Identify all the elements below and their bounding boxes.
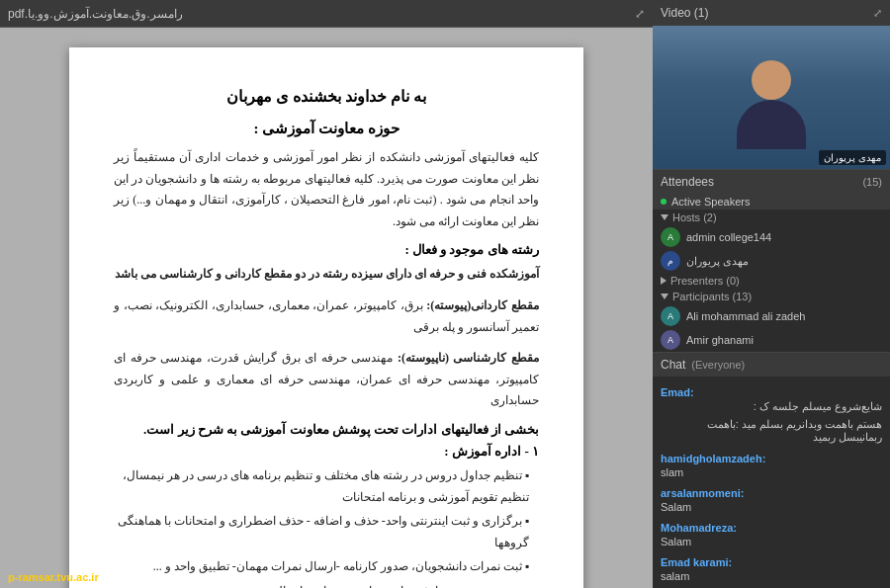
- presenters-chevron: [661, 277, 667, 285]
- attendees-titlebar: Attendees (15): [653, 170, 890, 194]
- participant-avatar-2: A: [661, 330, 680, 350]
- pdf-bullet-3: ▪ ثبت نمرات دانشجویان، صدور کارنامه -ارس…: [114, 556, 539, 578]
- video-titlebar: Video (1) ⤢: [653, 0, 890, 26]
- pdf-panel: رامسر.وق.معاونت.آموزش.وو.یا.pdf ⤢ به نام…: [0, 0, 653, 588]
- pdf-bachelor: مقطع کارشناسی (ناپیوسته): مهندسی حرفه ای…: [114, 348, 539, 412]
- pdf-bullet-1: ▪ تنظیم جداول دروس در رشته های مختلف و ت…: [114, 465, 539, 508]
- video-name-tag: مهدی پریوران: [819, 150, 886, 165]
- pdf-title: رامسر.وق.معاونت.آموزش.وو.یا.pdf: [8, 7, 183, 21]
- pdf-main-title: به نام خداوند بخشنده ی مهربان: [114, 87, 539, 106]
- participant-row-2: A Amir ghanami: [653, 328, 890, 352]
- pdf-branches-desc-text: آموزشکده فنی و حرفه ای دارای سیزده رشته …: [115, 267, 539, 281]
- chat-msg-1: Emad: شایع‌شروع میسلم جلسه ک :: [661, 382, 882, 413]
- pdf-expand-icon[interactable]: ⤢: [635, 7, 645, 21]
- participant-row-1: A Ali mohammad ali zadeh: [653, 304, 890, 328]
- chat-text-4: Salam: [661, 536, 882, 547]
- hosts-group-label: Hosts (2): [653, 210, 890, 225]
- chat-title: Chat: [661, 358, 685, 372]
- host-name-1: admin college144: [686, 231, 771, 243]
- chat-msg-4: Mohamadreza: Salam: [661, 518, 882, 547]
- pdf-associate-label: مقطع کاردانی(پیوسته):: [426, 298, 539, 312]
- chat-msg-3: arsalanmomeni: Salam: [661, 483, 882, 513]
- person-head: [752, 60, 791, 100]
- chat-titlebar: Chat (Everyone): [653, 353, 890, 377]
- chat-section: Chat (Everyone) Emad: شایع‌شروع میسلم جل…: [653, 353, 890, 588]
- chat-sender-1: Emad:: [661, 386, 694, 398]
- chat-messages: Emad: شایع‌شروع میسلم جلسه ک : هستم باهم…: [653, 377, 890, 588]
- participant-name-2: Amir ghanami: [686, 334, 754, 346]
- right-panel: Video (1) ⤢ مهدی پریوران Attendees (15) …: [653, 0, 890, 588]
- pdf-titlebar: رامسر.وق.معاونت.آموزش.وو.یا.pdf ⤢: [0, 0, 653, 28]
- host-avatar-2: م: [661, 251, 680, 271]
- chat-sender-5: Emad karami:: [661, 556, 732, 568]
- chat-sender-4: Mohamadreza:: [661, 522, 737, 534]
- pdf-activities-title: بخشی از فعالیتهای ادارات تحت پوشش معاونت…: [114, 422, 539, 438]
- person-body: [737, 100, 806, 149]
- pdf-branches-title: رشته های موجود و فعال :: [114, 242, 539, 258]
- host-row-1: A admin college144: [653, 225, 890, 249]
- pdf-watermark: p-ramsar.tvu.ac.ir: [8, 571, 99, 583]
- pdf-associate: مقطع کاردانی(پیوسته): برق، کامپیوتر، عمر…: [114, 295, 539, 338]
- chat-sender-2: hamidgholamzadeh:: [661, 453, 765, 464]
- pdf-bachelor-label: مقطع کارشناسی (ناپیوسته):: [398, 351, 539, 365]
- video-background: [653, 26, 890, 169]
- pdf-branches-desc: آموزشکده فنی و حرفه ای دارای سیزده رشته …: [114, 264, 539, 286]
- video-person: [737, 60, 806, 149]
- chat-text-2: slam: [661, 466, 882, 478]
- chat-msg-5: Emad karami: salam: [661, 552, 882, 582]
- chat-text-3: Salam: [661, 501, 882, 513]
- chat-text-5: salam: [661, 570, 882, 582]
- chat-text-1: شایع‌شروع میسلم جلسه ک :: [661, 400, 882, 413]
- host-row-2: م مهدی پریوران: [653, 249, 890, 273]
- chat-text-1b: هستم باهمت وبدانریم بسلم مید :باهمت ربما…: [661, 418, 882, 444]
- attendees-section: Attendees (15) Active Speakers Hosts (2)…: [653, 170, 890, 353]
- participants-group-label: Participants (13): [653, 289, 890, 304]
- presenters-group-label: Presenters (0): [653, 273, 890, 289]
- host-name-2: مهدی پریوران: [686, 255, 749, 268]
- video-title: Video (1): [661, 6, 709, 20]
- active-dot: [661, 199, 667, 205]
- pdf-content-area: به نام خداوند بخشنده ی مهربان حوزه معاون…: [0, 28, 653, 588]
- active-speakers-label: Active Speakers: [671, 196, 750, 208]
- attendees-title: Attendees: [661, 175, 714, 189]
- participant-avatar-1: A: [661, 306, 680, 326]
- pdf-page: به نام خداوند بخشنده ی مهربان حوزه معاون…: [69, 47, 583, 588]
- video-section: Video (1) ⤢ مهدی پریوران: [653, 0, 890, 170]
- video-expand-icon[interactable]: ⤢: [873, 7, 882, 20]
- chat-msg-1b: هستم باهمت وبدانریم بسلم مید :باهمت ربما…: [661, 418, 882, 444]
- hosts-chevron: [661, 214, 668, 220]
- chat-subtitle: (Everyone): [691, 359, 745, 371]
- participants-chevron: [661, 294, 668, 299]
- chat-sender-3: arsalanmomeni:: [661, 487, 744, 499]
- pdf-bullet-4: ▪ بررسی وضعیت دانشجویان متقاضی مهمان و ا…: [114, 581, 539, 588]
- participant-name-1: Ali mohammad ali zadeh: [686, 310, 805, 322]
- active-speakers-bar: Active Speakers: [653, 194, 890, 210]
- chat-msg-2: hamidgholamzadeh: slam: [661, 449, 882, 478]
- pdf-section-title: حوزه معاونت آموزشی :: [114, 120, 539, 137]
- video-feed: مهدی پریوران: [653, 26, 890, 169]
- pdf-intro: کلیه فعالیتهای آموزشی دانشکده از نظر امو…: [114, 147, 539, 232]
- pdf-bullet-2: ▪ برگزاری و ثبت اینترنتی واحد- حذف و اضا…: [114, 511, 539, 553]
- attendees-count: (15): [862, 176, 882, 188]
- host-avatar-1: A: [661, 227, 680, 247]
- pdf-dept1-title: ۱ - اداره آموزش :: [114, 444, 539, 460]
